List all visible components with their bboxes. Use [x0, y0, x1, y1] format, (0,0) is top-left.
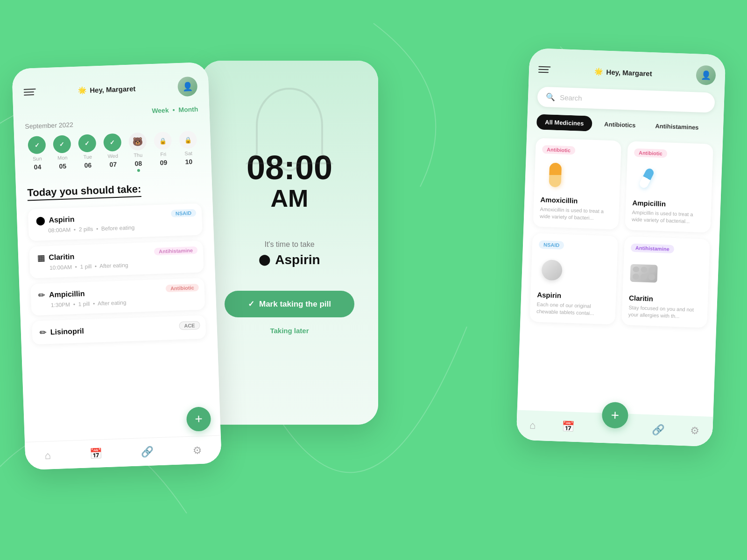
aspirin-icon: ⬤: [35, 215, 45, 226]
amoxicillin-desc: Amoxicillin is used to treat a wide vari…: [540, 206, 613, 223]
medicine-grid: Antibiotic Amoxicillin Amoxicillin is us…: [529, 138, 713, 328]
grid-card-amoxicillin[interactable]: Antibiotic Amoxicillin Amoxicillin is us…: [533, 138, 621, 230]
big-time: 08:00: [247, 151, 332, 184]
calendar-row: ✓ Sun 04 ✓ Mon 05 ✓ Tue 06 ✓ Wed 07 🐻 T: [25, 131, 200, 176]
right-header: 🌟 Hey, Margaret 👤: [538, 60, 716, 85]
toggle-dot: •: [172, 106, 175, 113]
cal-day-mon[interactable]: ✓ Mon 05: [50, 135, 74, 175]
right-greeting-text: Hey, Margaret: [606, 68, 652, 77]
phone-middle: 08:00 AM It's time to take ⬤ Aspirin ✓ M…: [201, 61, 378, 425]
ampicillin-badge: Antibiotic: [166, 284, 199, 292]
lisinopril-name: Lisinopril: [50, 327, 85, 337]
link-icon[interactable]: 🔗: [141, 446, 154, 458]
search-bar[interactable]: 🔍 Search: [537, 87, 715, 113]
filter-antihistamines[interactable]: Antihistamines: [648, 119, 706, 134]
cal-circle-sat: 🔒: [179, 131, 197, 149]
ampicillin-name: Ampicillin: [49, 289, 85, 299]
amoxicillin-img: [541, 158, 570, 192]
phone-right: 🌟 Hey, Margaret 👤 🔍 Search All Medicines…: [516, 48, 726, 447]
claritin2-name: Claritin: [629, 294, 701, 304]
week-tab[interactable]: Week: [152, 106, 169, 114]
left-bottom-nav: ⌂ 📅 🔗 ⚙: [25, 435, 222, 470]
cal-day-thu[interactable]: 🐻 Thu 08: [126, 132, 150, 172]
pill-strip-shape: [630, 264, 657, 283]
med-card-lisinopril[interactable]: ACE ✏ Lisinopril: [32, 315, 206, 344]
month-tab[interactable]: Month: [178, 105, 198, 113]
cal-circle-fri: 🔒: [154, 132, 172, 150]
search-icon: 🔍: [546, 92, 556, 102]
cal-day-tue[interactable]: ✓ Tue 06: [76, 134, 99, 174]
claritin-badge: Antihistamine: [154, 246, 197, 255]
left-fab[interactable]: +: [186, 406, 211, 432]
left-header: 🌟 Hey, Margaret 👤: [23, 77, 197, 102]
time-med-icon: ⬤: [259, 254, 270, 266]
ampicillin2-badge: Antibiotic: [634, 148, 667, 158]
right-link-icon[interactable]: 🔗: [652, 424, 665, 436]
med-card-claritin[interactable]: Antihistamine ▦ Claritin 10:00AM • 1 pil…: [29, 241, 204, 279]
ampicillin2-name: Ampicillin: [632, 199, 705, 209]
grid-card-claritin[interactable]: Antihistamine Claritin Stay focused on y…: [621, 236, 710, 328]
lisinopril-icon: ✏: [40, 327, 47, 338]
claritin2-desc: Stay focused on you and not your allergi…: [628, 304, 701, 321]
view-toggle: Week • Month: [24, 105, 198, 119]
lisinopril-badge: ACE: [179, 321, 200, 330]
right-home-icon[interactable]: ⌂: [529, 419, 536, 431]
cal-day-wed[interactable]: ✓ Wed 07: [101, 133, 125, 173]
capsule-blue-shape: [638, 167, 655, 189]
user-avatar[interactable]: 👤: [177, 77, 197, 97]
ampicillin2-desc: Ampicillin is used to treat a wide varie…: [632, 209, 705, 226]
mark-btn-label: Mark taking the pill: [259, 300, 331, 309]
med-card-ampicillin[interactable]: Antibiotic ✏ Ampicillin 1:30PM • 1 pill …: [30, 278, 205, 315]
ampicillin-icon: ✏: [38, 290, 46, 301]
month-label: September 2022: [25, 117, 198, 130]
right-avatar[interactable]: 👤: [696, 65, 716, 85]
right-settings-icon[interactable]: ⚙: [690, 425, 700, 437]
hamburger-menu[interactable]: [24, 89, 36, 96]
cal-circle-sun: ✓: [28, 136, 46, 154]
cal-day-fri[interactable]: 🔒 Fri 09: [151, 132, 175, 172]
med-card-aspirin[interactable]: NSAID ⬤ Aspirin 08:00AM • 2 pills • Befo…: [28, 203, 203, 241]
amoxicillin-name: Amoxicillin: [540, 196, 613, 206]
settings-icon[interactable]: ⚙: [192, 444, 202, 456]
search-placeholder: Search: [560, 93, 582, 102]
ampicillin-img: [633, 161, 662, 195]
round-pill-shape: [541, 259, 563, 281]
cal-circle-tue: ✓: [78, 134, 96, 152]
filter-row: All Medicines Antibiotics Antihistamines…: [536, 114, 714, 136]
time-med-label: Aspirin: [275, 252, 320, 267]
cal-day-sun[interactable]: ✓ Sun 04: [25, 136, 49, 176]
grid-card-ampicillin[interactable]: Antibiotic Ampicillin Ampicillin is used…: [625, 141, 713, 232]
amoxicillin-badge: Antibiotic: [542, 145, 575, 154]
cal-circle-mon: ✓: [53, 135, 71, 153]
greeting-text: Hey, Margaret: [90, 84, 136, 94]
capsule-orange-shape: [549, 163, 562, 188]
time-sub: It's time to take: [264, 240, 314, 249]
phone-left: 🌟 Hey, Margaret 👤 Week • Month September…: [12, 62, 222, 470]
aspirin2-badge: NSAID: [539, 240, 564, 250]
aspirin-name: Aspirin: [49, 215, 75, 224]
cal-day-sat[interactable]: 🔒 Sat 10: [176, 131, 200, 171]
taking-later[interactable]: Taking later: [270, 327, 309, 335]
grid-card-aspirin[interactable]: NSAID Aspirin Each one of our original c…: [529, 233, 618, 324]
greeting-emoji: 🌟: [78, 86, 87, 95]
home-icon[interactable]: ⌂: [44, 449, 51, 462]
filter-ace[interactable]: ACE: [711, 121, 714, 136]
right-cal-icon[interactable]: 📅: [561, 420, 574, 433]
claritin-name: Claritin: [49, 252, 75, 262]
right-emoji: 🌟: [594, 67, 604, 76]
capsule-blue-wrap: [637, 164, 657, 192]
cal-circle-thu: 🐻: [128, 133, 147, 151]
big-time-am: AM: [271, 184, 309, 212]
filter-antibiotics[interactable]: Antibiotics: [597, 117, 643, 132]
check-icon: ✓: [248, 299, 254, 309]
aspirin2-desc: Each one of our original chewable tablet…: [536, 301, 609, 318]
claritin2-badge: Antihistamine: [631, 244, 674, 253]
filter-all[interactable]: All Medicines: [536, 114, 592, 132]
time-med-name: ⬤ Aspirin: [259, 252, 320, 267]
today-header: Today you should take:: [27, 183, 141, 201]
claritin-img: [629, 257, 658, 290]
aspirin-badge: NSAID: [171, 209, 197, 217]
calendar-icon[interactable]: 📅: [90, 448, 103, 460]
mark-btn[interactable]: ✓ Mark taking the pill: [225, 291, 354, 317]
right-hamburger[interactable]: [538, 66, 550, 73]
